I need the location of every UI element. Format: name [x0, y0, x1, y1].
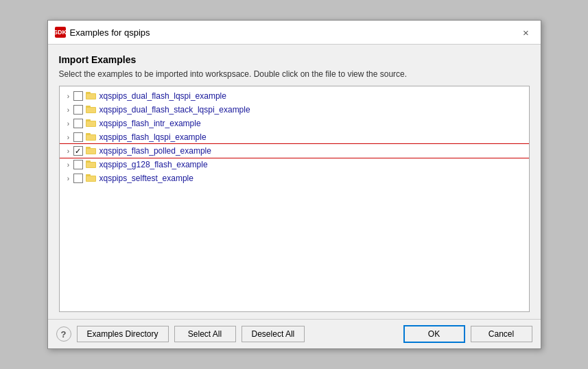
help-button[interactable]: ?: [56, 326, 71, 342]
folder-icon: [86, 91, 97, 102]
tree-item-checkbox[interactable]: [73, 132, 83, 142]
svg-rect-16: [86, 160, 91, 163]
tree-item-checkbox[interactable]: [73, 174, 83, 183]
tree-item[interactable]: › xqspips_selftest_example: [60, 171, 529, 185]
svg-rect-14: [86, 149, 95, 154]
svg-rect-13: [86, 147, 91, 149]
expander-icon[interactable]: ›: [64, 146, 73, 156]
tree-item-label: xqspips_flash_intr_example: [99, 119, 201, 128]
svg-rect-11: [86, 135, 95, 140]
tree-area[interactable]: › xqspips_dual_flash_lqspi_example› xqsp…: [59, 86, 530, 312]
tree-item-label: xqspips_flash_lqspi_example: [99, 132, 207, 142]
tree-item[interactable]: › xqspips_g128_flash_example: [60, 158, 529, 171]
tree-item-label: xqspips_g128_flash_example: [99, 160, 208, 169]
title-bar: SDK Examples for qspips ×: [48, 21, 541, 45]
tree-item[interactable]: › xqspips_flash_intr_example: [60, 117, 529, 130]
dialog-body: Import Examples Select the examples to b…: [48, 45, 541, 319]
tree-item-checkbox[interactable]: ✓: [73, 146, 83, 156]
tree-item[interactable]: ›✓ xqspips_flash_polled_example: [60, 144, 529, 158]
svg-rect-20: [86, 176, 95, 181]
svg-rect-2: [86, 94, 95, 99]
expander-icon[interactable]: ›: [64, 119, 73, 128]
expander-icon[interactable]: ›: [64, 105, 73, 115]
folder-icon: [86, 145, 97, 156]
expander-icon[interactable]: ›: [64, 174, 73, 183]
svg-rect-19: [86, 174, 91, 176]
tree-item[interactable]: › xqspips_dual_flash_stack_lqspi_example: [60, 103, 529, 117]
tree-item-checkbox[interactable]: [73, 119, 83, 128]
folder-icon: [86, 173, 97, 184]
select-all-button[interactable]: Select All: [174, 326, 236, 342]
deselect-all-button[interactable]: Deselect All: [242, 326, 305, 342]
folder-icon: [86, 132, 97, 143]
svg-rect-5: [86, 108, 95, 112]
folder-icon: [86, 118, 97, 129]
dialog-title: Examples for qspips: [70, 27, 150, 38]
folder-icon: [86, 104, 97, 115]
title-bar-left: SDK Examples for qspips: [55, 27, 150, 38]
tree-item-label: xqspips_dual_flash_lqspi_example: [99, 91, 226, 101]
dialog: SDK Examples for qspips × Import Example…: [47, 20, 541, 349]
folder-icon: [86, 159, 97, 170]
tree-item[interactable]: › xqspips_dual_flash_lqspi_example: [60, 89, 529, 103]
import-title: Import Examples: [59, 54, 530, 65]
tree-item-checkbox[interactable]: [73, 160, 83, 169]
tree-item-label: xqspips_dual_flash_stack_lqspi_example: [99, 105, 250, 115]
tree-item[interactable]: › xqspips_flash_lqspi_example: [60, 130, 529, 144]
dialog-footer: ? Examples Directory Select All Deselect…: [48, 319, 541, 348]
sdk-icon: SDK: [55, 27, 66, 38]
examples-directory-button[interactable]: Examples Directory: [77, 326, 169, 342]
expander-icon[interactable]: ›: [64, 160, 73, 169]
import-desc: Select the examples to be imported into …: [59, 69, 530, 79]
expander-icon[interactable]: ›: [64, 132, 73, 142]
expander-icon[interactable]: ›: [64, 91, 73, 101]
svg-rect-1: [86, 92, 91, 94]
tree-item-checkbox[interactable]: [73, 91, 83, 101]
tree-item-checkbox[interactable]: [73, 105, 83, 115]
svg-rect-4: [86, 106, 91, 108]
svg-rect-8: [86, 121, 95, 126]
tree-item-label: xqspips_flash_polled_example: [99, 146, 211, 156]
close-button[interactable]: ×: [519, 25, 534, 40]
svg-rect-17: [86, 163, 95, 167]
svg-rect-10: [86, 133, 91, 135]
svg-rect-7: [86, 119, 91, 121]
tree-item-label: xqspips_selftest_example: [99, 174, 193, 183]
cancel-button[interactable]: Cancel: [471, 326, 532, 342]
ok-button[interactable]: OK: [403, 325, 465, 343]
